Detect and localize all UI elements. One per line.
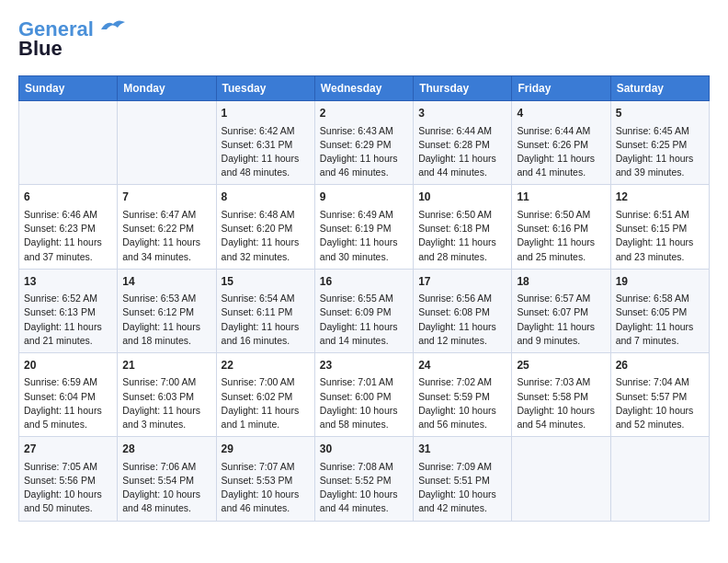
day-number: 12: [616, 190, 704, 205]
day-number: 9: [320, 190, 408, 205]
day-number: 5: [616, 106, 704, 121]
calendar-cell: 21Sunrise: 7:00 AM Sunset: 6:03 PM Dayli…: [118, 352, 216, 436]
day-info: Sunrise: 7:02 AM Sunset: 5:59 PM Dayligh…: [418, 375, 506, 431]
calendar-cell: 9Sunrise: 6:49 AM Sunset: 6:19 PM Daylig…: [314, 185, 413, 269]
day-number: 18: [517, 274, 605, 290]
day-info: Sunrise: 7:08 AM Sunset: 5:52 PM Dayligh…: [320, 460, 408, 516]
calendar-cell: 7Sunrise: 6:47 AM Sunset: 6:22 PM Daylig…: [118, 185, 216, 269]
day-info: Sunrise: 6:51 AM Sunset: 6:15 PM Dayligh…: [616, 208, 704, 264]
day-number: 30: [320, 442, 408, 457]
day-number: 4: [517, 106, 605, 121]
calendar-cell: 14Sunrise: 6:53 AM Sunset: 6:12 PM Dayli…: [118, 269, 216, 352]
day-number: 15: [222, 274, 310, 290]
weekday-header-monday: Monday: [118, 76, 216, 101]
calendar-cell: 16Sunrise: 6:55 AM Sunset: 6:09 PM Dayli…: [314, 269, 413, 352]
calendar-cell: 5Sunrise: 6:45 AM Sunset: 6:25 PM Daylig…: [610, 101, 709, 185]
logo-bird-icon: [99, 17, 127, 37]
day-number: 3: [418, 106, 506, 121]
day-info: Sunrise: 6:59 AM Sunset: 6:04 PM Dayligh…: [24, 375, 112, 431]
calendar-cell: 4Sunrise: 6:44 AM Sunset: 6:26 PM Daylig…: [512, 101, 610, 185]
day-info: Sunrise: 6:43 AM Sunset: 6:29 PM Dayligh…: [320, 124, 408, 180]
day-number: 14: [122, 274, 210, 290]
calendar-cell: 25Sunrise: 7:03 AM Sunset: 5:58 PM Dayli…: [512, 352, 610, 436]
day-info: Sunrise: 6:52 AM Sunset: 6:13 PM Dayligh…: [24, 292, 112, 348]
calendar-cell: 27Sunrise: 7:05 AM Sunset: 5:56 PM Dayli…: [19, 437, 118, 521]
day-number: 10: [418, 190, 506, 205]
calendar-cell: 19Sunrise: 6:58 AM Sunset: 6:05 PM Dayli…: [610, 269, 709, 352]
calendar-cell: 30Sunrise: 7:08 AM Sunset: 5:52 PM Dayli…: [314, 437, 413, 521]
calendar-cell: [512, 437, 610, 521]
day-info: Sunrise: 7:09 AM Sunset: 5:51 PM Dayligh…: [418, 460, 506, 516]
weekday-header-wednesday: Wednesday: [314, 76, 413, 101]
weekday-header-friday: Friday: [512, 76, 610, 101]
weekday-header-sunday: Sunday: [19, 76, 118, 101]
day-number: 17: [418, 274, 506, 290]
calendar-cell: 29Sunrise: 7:07 AM Sunset: 5:53 PM Dayli…: [216, 437, 314, 521]
day-number: 7: [122, 190, 210, 205]
logo-blue: Blue: [18, 37, 63, 61]
calendar-header: SundayMondayTuesdayWednesdayThursdayFrid…: [19, 76, 710, 101]
calendar-cell: 18Sunrise: 6:57 AM Sunset: 6:07 PM Dayli…: [512, 269, 610, 352]
day-info: Sunrise: 7:01 AM Sunset: 6:00 PM Dayligh…: [320, 375, 408, 431]
day-number: 1: [222, 106, 310, 121]
day-number: 13: [24, 274, 112, 290]
day-number: 23: [320, 358, 408, 373]
calendar-week-5: 27Sunrise: 7:05 AM Sunset: 5:56 PM Dayli…: [19, 437, 710, 521]
calendar-week-3: 13Sunrise: 6:52 AM Sunset: 6:13 PM Dayli…: [19, 269, 710, 352]
calendar-cell: 24Sunrise: 7:02 AM Sunset: 5:59 PM Dayli…: [414, 352, 512, 436]
calendar-cell: [19, 101, 118, 185]
calendar-cell: 20Sunrise: 6:59 AM Sunset: 6:04 PM Dayli…: [19, 352, 118, 436]
day-info: Sunrise: 6:55 AM Sunset: 6:09 PM Dayligh…: [320, 292, 408, 348]
calendar-cell: 15Sunrise: 6:54 AM Sunset: 6:11 PM Dayli…: [216, 269, 314, 352]
page-header: General Blue: [18, 18, 710, 61]
day-info: Sunrise: 6:58 AM Sunset: 6:05 PM Dayligh…: [616, 292, 704, 348]
day-number: 16: [320, 274, 408, 290]
day-info: Sunrise: 6:46 AM Sunset: 6:23 PM Dayligh…: [24, 208, 112, 264]
day-info: Sunrise: 7:05 AM Sunset: 5:56 PM Dayligh…: [24, 460, 112, 516]
day-info: Sunrise: 6:53 AM Sunset: 6:12 PM Dayligh…: [122, 292, 210, 348]
day-number: 22: [222, 358, 310, 373]
day-number: 31: [418, 442, 506, 457]
day-info: Sunrise: 7:00 AM Sunset: 6:03 PM Dayligh…: [122, 375, 210, 431]
calendar-cell: 22Sunrise: 7:00 AM Sunset: 6:02 PM Dayli…: [216, 352, 314, 436]
calendar-body: 1Sunrise: 6:42 AM Sunset: 6:31 PM Daylig…: [19, 101, 710, 521]
calendar-cell: [610, 437, 709, 521]
day-info: Sunrise: 6:44 AM Sunset: 6:26 PM Dayligh…: [517, 124, 605, 180]
day-number: 29: [222, 442, 310, 457]
calendar-cell: 31Sunrise: 7:09 AM Sunset: 5:51 PM Dayli…: [414, 437, 512, 521]
calendar-cell: 11Sunrise: 6:50 AM Sunset: 6:16 PM Dayli…: [512, 185, 610, 269]
calendar-cell: 12Sunrise: 6:51 AM Sunset: 6:15 PM Dayli…: [610, 185, 709, 269]
weekday-header-saturday: Saturday: [610, 76, 709, 101]
day-number: 24: [418, 358, 506, 373]
day-number: 28: [122, 442, 210, 457]
calendar-cell: 10Sunrise: 6:50 AM Sunset: 6:18 PM Dayli…: [414, 185, 512, 269]
calendar-cell: 17Sunrise: 6:56 AM Sunset: 6:08 PM Dayli…: [414, 269, 512, 352]
calendar-table: SundayMondayTuesdayWednesdayThursdayFrid…: [18, 75, 710, 521]
day-number: 25: [517, 358, 605, 373]
calendar-week-1: 1Sunrise: 6:42 AM Sunset: 6:31 PM Daylig…: [19, 101, 710, 185]
day-number: 26: [616, 358, 704, 373]
calendar-cell: 8Sunrise: 6:48 AM Sunset: 6:20 PM Daylig…: [216, 185, 314, 269]
calendar-cell: 3Sunrise: 6:44 AM Sunset: 6:28 PM Daylig…: [414, 101, 512, 185]
day-number: 20: [24, 358, 112, 373]
day-info: Sunrise: 6:44 AM Sunset: 6:28 PM Dayligh…: [418, 124, 506, 180]
day-info: Sunrise: 6:50 AM Sunset: 6:18 PM Dayligh…: [418, 208, 506, 264]
day-info: Sunrise: 6:47 AM Sunset: 6:22 PM Dayligh…: [122, 208, 210, 264]
day-info: Sunrise: 6:45 AM Sunset: 6:25 PM Dayligh…: [616, 124, 704, 180]
calendar-cell: 13Sunrise: 6:52 AM Sunset: 6:13 PM Dayli…: [19, 269, 118, 352]
calendar-cell: 2Sunrise: 6:43 AM Sunset: 6:29 PM Daylig…: [314, 101, 413, 185]
day-number: 27: [24, 442, 112, 457]
day-number: 8: [222, 190, 310, 205]
calendar-week-4: 20Sunrise: 6:59 AM Sunset: 6:04 PM Dayli…: [19, 352, 710, 436]
day-info: Sunrise: 7:07 AM Sunset: 5:53 PM Dayligh…: [222, 460, 310, 516]
weekday-header-row: SundayMondayTuesdayWednesdayThursdayFrid…: [19, 76, 710, 101]
day-number: 21: [122, 358, 210, 373]
day-number: 6: [24, 190, 112, 205]
day-info: Sunrise: 6:56 AM Sunset: 6:08 PM Dayligh…: [418, 292, 506, 348]
day-info: Sunrise: 6:42 AM Sunset: 6:31 PM Dayligh…: [222, 124, 310, 180]
day-info: Sunrise: 7:03 AM Sunset: 5:58 PM Dayligh…: [517, 375, 605, 431]
day-info: Sunrise: 6:48 AM Sunset: 6:20 PM Dayligh…: [222, 208, 310, 264]
calendar-cell: 28Sunrise: 7:06 AM Sunset: 5:54 PM Dayli…: [118, 437, 216, 521]
logo: General Blue: [18, 18, 127, 61]
day-number: 19: [616, 274, 704, 290]
